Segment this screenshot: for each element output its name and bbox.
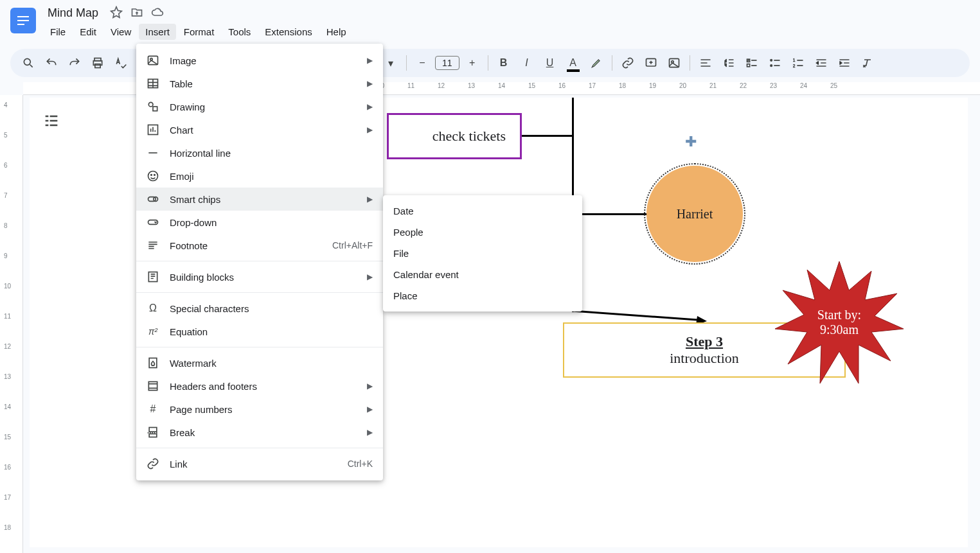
undo-icon[interactable] [41, 53, 62, 73]
menu-tools[interactable]: Tools [222, 24, 257, 40]
spellcheck-icon[interactable] [111, 53, 131, 73]
app-header: Mind Map FileEditViewInsertFormatToolsEx… [0, 0, 980, 44]
menu-file[interactable]: File [44, 24, 72, 40]
shape-label: Start by: [817, 308, 861, 322]
watermark-icon [147, 356, 159, 369]
svg-point-23 [151, 175, 152, 176]
checklist-icon[interactable] [742, 53, 762, 73]
link-icon[interactable] [618, 53, 638, 73]
smartchip-file[interactable]: File [383, 243, 582, 264]
cloud-status-icon[interactable] [151, 6, 164, 21]
vertical-ruler: 456789101112131415161718 [0, 95, 23, 553]
redo-icon[interactable] [64, 53, 85, 73]
menu-insert[interactable]: Insert [139, 24, 176, 40]
outline-toggle-icon[interactable] [42, 112, 60, 130]
blocks-icon [147, 270, 159, 283]
svg-text:1: 1 [792, 58, 795, 62]
submenu-arrow-icon: ▶ [367, 272, 373, 281]
menu-extensions[interactable]: Extensions [258, 24, 318, 40]
image-icon[interactable] [664, 53, 684, 73]
insert-drop-down[interactable]: Drop-down [136, 211, 383, 234]
numbered-list-icon[interactable]: 12 [788, 53, 808, 73]
connector-line [572, 213, 649, 215]
shape-starburst[interactable]: Start by: 9:30am [772, 258, 907, 387]
dropdown-icon [147, 216, 159, 229]
insert-break[interactable]: Break▶ [136, 421, 383, 444]
insert-equation[interactable]: π²Equation [136, 320, 383, 343]
underline-icon[interactable]: U [540, 53, 560, 73]
submenu-arrow-icon: ▶ [367, 195, 373, 204]
svg-rect-31 [149, 428, 157, 432]
smartchip-people[interactable]: People [383, 222, 582, 243]
svg-point-9 [770, 60, 772, 62]
smartchip-date[interactable]: Date [383, 200, 582, 222]
increase-font-icon[interactable]: + [462, 53, 483, 73]
search-icon[interactable] [18, 53, 39, 73]
menu-view[interactable]: View [104, 24, 138, 40]
insert-smart-chips[interactable]: Smart chips▶ [136, 188, 383, 211]
emoji-icon [147, 170, 159, 182]
svg-rect-29 [149, 358, 157, 368]
smartchip-calendar-event[interactable]: Calendar event [383, 264, 582, 285]
svg-rect-30 [148, 382, 157, 390]
menu-format[interactable]: Format [177, 24, 221, 40]
svg-point-0 [24, 58, 30, 65]
insert-chart[interactable]: Chart▶ [136, 118, 383, 141]
indent-increase-icon[interactable] [834, 53, 855, 73]
insert-horizontal-line[interactable]: Horizontal line [136, 141, 383, 164]
svg-point-22 [148, 171, 158, 181]
decrease-font-icon[interactable]: − [412, 53, 432, 73]
equation-icon: π² [147, 325, 159, 338]
insert-drawing[interactable]: Drawing▶ [136, 95, 383, 118]
document-title[interactable]: Mind Map [44, 5, 102, 21]
table-icon [147, 77, 159, 90]
shape-harriet-circle[interactable]: Harriet [646, 166, 743, 262]
comment-icon[interactable] [641, 53, 661, 73]
bullets-icon[interactable] [765, 53, 785, 73]
insert-image[interactable]: Image▶ [136, 49, 383, 72]
insert-emoji[interactable]: Emoji [136, 164, 383, 188]
omega-icon: Ω [147, 302, 159, 315]
svg-point-10 [770, 65, 772, 67]
break-icon [147, 426, 159, 439]
indent-decrease-icon[interactable] [811, 53, 832, 73]
hline-icon [147, 146, 159, 159]
submenu-arrow-icon: ▶ [367, 382, 373, 391]
shape-label: introduction [670, 350, 739, 367]
svg-rect-20 [153, 107, 157, 111]
print-icon[interactable] [87, 53, 108, 73]
smart-chips-submenu: DatePeopleFileCalendar eventPlace [383, 195, 582, 312]
insert-watermark[interactable]: Watermark [136, 351, 383, 374]
smartchip-place[interactable]: Place [383, 285, 582, 306]
docs-logo[interactable] [10, 8, 36, 33]
move-icon[interactable] [130, 6, 143, 21]
star-icon[interactable] [110, 6, 123, 21]
shape-label: Harriet [677, 207, 713, 222]
insert-building-blocks[interactable]: Building blocks▶ [136, 265, 383, 288]
text-color-icon[interactable]: A [563, 53, 584, 73]
insert-special-characters[interactable]: ΩSpecial characters [136, 297, 383, 320]
align-icon[interactable] [695, 53, 716, 73]
headers-icon [147, 380, 159, 392]
svg-point-24 [154, 175, 156, 176]
insert-table[interactable]: Table▶ [136, 72, 383, 95]
shape-label: 9:30am [820, 322, 859, 337]
insert-link[interactable]: LinkCtrl+K [136, 452, 383, 475]
menu-help[interactable]: Help [320, 24, 353, 40]
line-spacing-icon[interactable] [718, 53, 739, 73]
highlight-icon[interactable] [586, 53, 607, 73]
bold-icon[interactable]: B [494, 53, 514, 73]
dropdown-caret-icon[interactable]: ▾ [380, 53, 401, 73]
insert-footnote[interactable]: FootnoteCtrl+Alt+F [136, 234, 383, 257]
insert-page-numbers[interactable]: #Page numbers▶ [136, 398, 383, 421]
submenu-arrow-icon: ▶ [367, 125, 373, 134]
clear-formatting-icon[interactable] [857, 53, 878, 73]
italic-icon[interactable]: I [517, 53, 537, 73]
menu-edit[interactable]: Edit [73, 24, 103, 40]
shape-check-tickets[interactable]: check tickets [387, 113, 522, 159]
submenu-arrow-icon: ▶ [367, 56, 373, 65]
font-size-input[interactable]: 11 [435, 56, 459, 70]
insert-headers-and-footers[interactable]: Headers and footers▶ [136, 374, 383, 398]
submenu-arrow-icon: ▶ [367, 102, 373, 111]
svg-rect-8 [747, 64, 749, 67]
